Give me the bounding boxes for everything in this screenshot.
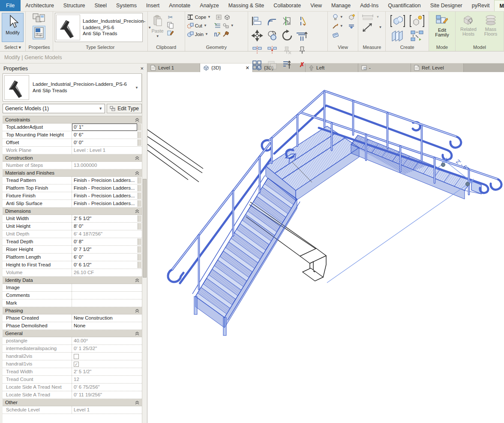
property-value[interactable]	[72, 353, 142, 360]
property-value[interactable]: 0' 8"	[72, 238, 137, 245]
associate-param-button[interactable]	[138, 200, 141, 207]
property-value[interactable]: 0' 6 75/256"	[72, 384, 142, 391]
match-type-icon[interactable]	[167, 30, 174, 37]
align-dim2-icon[interactable]	[267, 46, 277, 54]
section-header-materials-and-finishes[interactable]: Materials and Finishes	[3, 169, 142, 177]
cut-button[interactable]: Cut	[195, 23, 202, 28]
associate-param-button[interactable]	[138, 254, 141, 260]
view-tab-reflevel[interactable]: Ref. Level	[411, 63, 464, 72]
property-value[interactable]: Finish - Precision Ladders...	[72, 184, 137, 192]
unpin-icon[interactable]	[282, 46, 292, 54]
paintbrush-icon[interactable]	[332, 23, 339, 29]
associate-param-button[interactable]	[138, 262, 141, 268]
section-header-identity-data[interactable]: Identity Data	[3, 277, 142, 284]
property-value[interactable]: 6' 4 187/256"	[72, 230, 142, 238]
wall-joins-icon[interactable]	[214, 31, 221, 37]
unjoin-icon[interactable]	[222, 23, 229, 29]
type-selector[interactable]: Ladder_Industrial_Precision- Ladders_PS-…	[55, 13, 143, 42]
solid-box-icon[interactable]	[224, 14, 231, 20]
selection-box-icon[interactable]	[332, 32, 339, 38]
scale-icon[interactable]	[282, 60, 292, 69]
property-value[interactable]: New Construction	[72, 314, 142, 322]
section-header-phasing[interactable]: Phasing	[3, 307, 142, 314]
split-with-gap-icon[interactable]	[297, 16, 308, 26]
property-value[interactable]: 0' 1 25/32"	[72, 345, 142, 352]
ribbon-tab-view[interactable]: View	[306, 0, 327, 11]
type-preview[interactable]: Ladder_Industrial_Precision-Ladders_PS-6…	[3, 73, 142, 102]
property-value[interactable]: Finish - Precision Ladders...	[72, 192, 137, 199]
hide-crop-icon[interactable]	[348, 24, 355, 29]
related-hosts-button[interactable]: Related Hosts	[457, 13, 480, 42]
property-value[interactable]: ✓	[72, 360, 142, 368]
mass-floors-button[interactable]: Mass Floors	[480, 13, 502, 42]
property-value[interactable]: 13.000000	[72, 162, 142, 169]
type-preview-dropdown-icon[interactable]: ▼	[135, 86, 138, 90]
match-properties-icon[interactable]	[33, 13, 45, 24]
ribbon-tab-site-designer[interactable]: Site Designer	[426, 0, 467, 11]
drawing-area[interactable]: 2' - 6"	[147, 72, 504, 423]
property-value[interactable]: 40.00°	[72, 337, 142, 344]
property-value[interactable]	[72, 292, 142, 299]
modify-button[interactable]: Modify	[2, 13, 24, 42]
property-value[interactable]: Level : Level 1	[72, 147, 142, 154]
create-assembly-icon[interactable]	[410, 15, 424, 27]
property-value[interactable]: None	[72, 322, 142, 329]
lightbulb-icon[interactable]	[332, 14, 339, 21]
rotate-icon[interactable]	[281, 29, 294, 42]
property-value[interactable]: 0' 1"	[72, 124, 137, 131]
align-dim-icon[interactable]	[252, 46, 262, 54]
ribbon-tab-insert[interactable]: Insert	[141, 0, 164, 11]
dimension-icon[interactable]	[362, 14, 375, 20]
view-tab-3d[interactable]: {3D}✕	[200, 63, 253, 72]
associate-param-button[interactable]	[138, 124, 141, 130]
property-value[interactable]: Finish - Precision Ladders...	[72, 200, 137, 207]
section-header-constraints[interactable]: Constraints	[3, 116, 142, 124]
split-element-icon[interactable]	[282, 16, 293, 26]
property-value[interactable]: 0' 6 1/2"	[72, 261, 137, 269]
ribbon-tab-file[interactable]: File	[0, 0, 21, 11]
cut-geometry-alt-icon[interactable]	[216, 14, 222, 20]
create-parts-icon[interactable]	[390, 30, 405, 42]
demolish-hammer-icon[interactable]	[222, 31, 229, 37]
align-icon[interactable]	[252, 16, 263, 26]
property-value[interactable]: 8' 0"	[72, 223, 137, 230]
ribbon-tab-systems[interactable]: Systems	[111, 0, 141, 11]
measure-icon[interactable]	[362, 22, 373, 33]
properties-icon[interactable]	[33, 26, 45, 39]
ribbon-tab-pyrevit[interactable]: pyRevit	[467, 0, 495, 11]
ribbon-tab-analyze[interactable]: Analyze	[195, 0, 223, 11]
cut-clipboard-icon[interactable]: ✂	[167, 14, 174, 21]
viewcube-icon[interactable]	[348, 14, 355, 20]
properties-close-icon[interactable]: ×	[140, 65, 144, 72]
mirror-icon[interactable]	[267, 60, 277, 69]
section-header-other[interactable]: Other	[3, 399, 142, 406]
property-value[interactable]: 6' 0"	[72, 254, 137, 261]
move-icon[interactable]	[251, 30, 263, 42]
associate-param-button[interactable]	[138, 215, 141, 222]
create-similar-icon[interactable]	[410, 30, 424, 42]
panel-select-label[interactable]: Select ▾	[0, 44, 25, 51]
copy-icon[interactable]	[167, 22, 174, 29]
property-value[interactable]: Level 1	[72, 406, 142, 414]
property-value[interactable]: 12	[72, 376, 142, 383]
paste-button[interactable]: Paste ▼	[150, 13, 166, 42]
associate-param-button[interactable]	[138, 193, 141, 199]
view-tab-[interactable]: -	[358, 63, 411, 72]
ribbon-tab-architecture[interactable]: Architecture	[21, 0, 59, 11]
associate-param-button[interactable]	[138, 246, 141, 253]
associate-param-button[interactable]	[138, 132, 141, 138]
dimension-grip[interactable]	[441, 163, 445, 167]
section-header-construction[interactable]: Construction	[3, 154, 142, 162]
ribbon-tab-manage[interactable]: Manage	[327, 0, 355, 11]
copy-element-icon[interactable]	[266, 30, 278, 42]
ribbon-tab-modify-generic[interactable]: Modify | Generic	[494, 0, 504, 11]
offset-icon[interactable]	[267, 16, 278, 26]
associate-param-button[interactable]	[138, 185, 141, 191]
edit-type-button[interactable]: Edit Type	[107, 104, 142, 113]
property-value[interactable]: Finish - Precision Ladders...	[72, 177, 137, 184]
section-header-general[interactable]: General	[3, 330, 142, 337]
ribbon-tab-quantification[interactable]: Quantification	[383, 0, 425, 11]
checkbox-checked[interactable]: ✓	[74, 362, 79, 367]
edit-family-button[interactable]: Edit Family	[431, 13, 453, 42]
ribbon-tab-steel[interactable]: Steel	[90, 0, 112, 11]
